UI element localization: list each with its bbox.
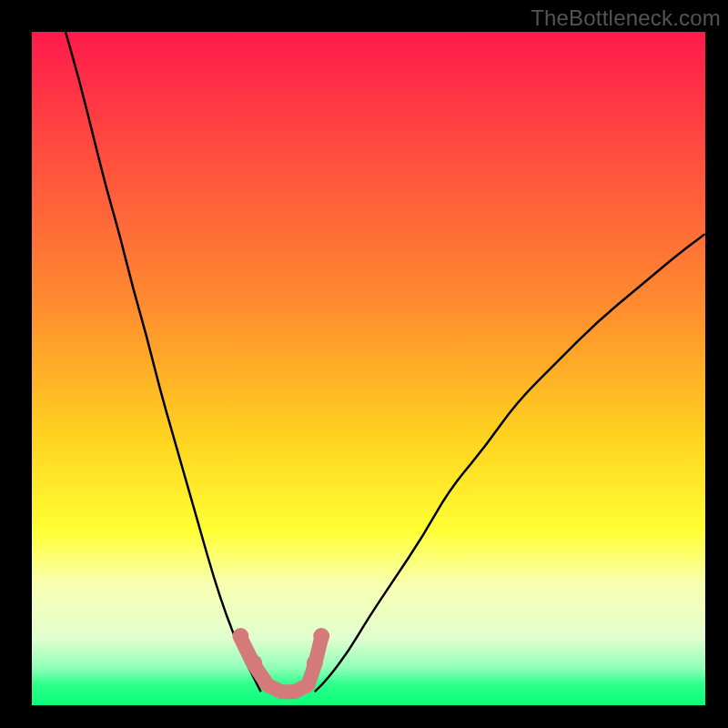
trough-dot: [232, 628, 248, 644]
watermark-text: TheBottleneck.com: [531, 5, 721, 31]
gradient-background: [32, 32, 705, 705]
plot-area: [32, 32, 705, 705]
chart-svg: [32, 32, 705, 705]
trough-dot: [307, 655, 323, 672]
chart-frame: TheBottleneck.com: [0, 0, 728, 728]
trough-dot: [313, 628, 329, 644]
trough-dot: [246, 655, 262, 672]
